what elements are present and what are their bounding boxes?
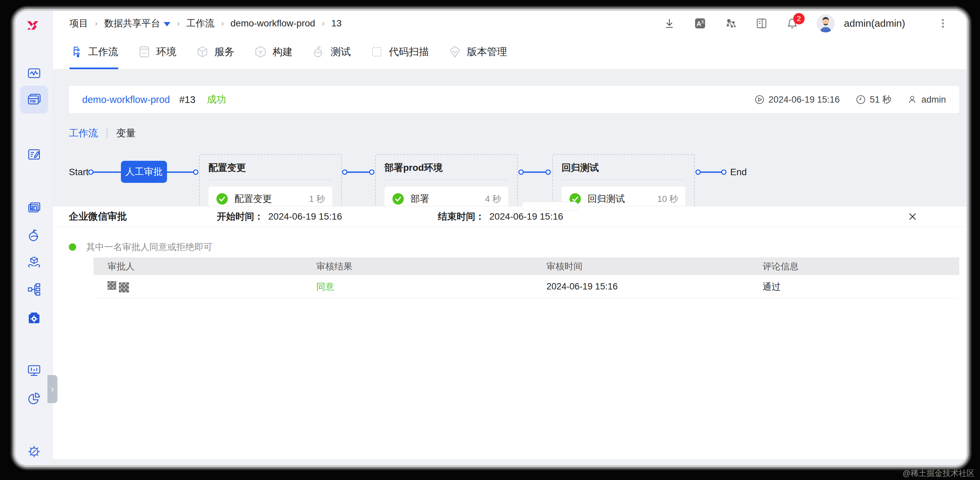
close-icon[interactable] bbox=[905, 209, 920, 224]
column-approver: 审批人 bbox=[94, 260, 302, 273]
svg-text:</>: </> bbox=[142, 51, 147, 55]
sidebar-item-app-windows[interactable] bbox=[27, 201, 41, 215]
caret-down-icon[interactable] bbox=[164, 22, 170, 26]
graph-connector-line bbox=[167, 171, 194, 173]
notification-bell-icon[interactable]: 2 bbox=[786, 17, 799, 30]
graph-connector-dot bbox=[193, 169, 199, 175]
sidebar: PM bbox=[15, 11, 53, 465]
sidebar-item-project-manager[interactable]: PM bbox=[27, 92, 41, 107]
topbar: 项目 › 数据共享平台 › 工作流 › demo-workflow-prod ›… bbox=[53, 11, 967, 36]
redacted-name-mosaic bbox=[108, 281, 129, 292]
topbar-actions: A文 2 admin(admin) bbox=[663, 14, 949, 32]
graph-connector-dot bbox=[695, 169, 701, 175]
run-meta: 2024-06-19 15:16 51 秒 admin bbox=[754, 94, 946, 105]
column-time: 审核时间 bbox=[533, 260, 749, 273]
workflow-tree-icon bbox=[70, 45, 83, 59]
network-graph-icon[interactable] bbox=[724, 17, 737, 30]
breadcrumb-separator: › bbox=[177, 19, 180, 28]
tab-build[interactable]: 构建 bbox=[254, 36, 293, 69]
manual-approval-node[interactable]: 人工审批 bbox=[121, 161, 167, 183]
graph-start-label: Start bbox=[69, 167, 89, 177]
breadcrumb-workflow[interactable]: 工作流 bbox=[186, 17, 215, 30]
avatar[interactable] bbox=[817, 14, 835, 32]
comment-cell: 通过 bbox=[749, 281, 959, 293]
approval-rule-text: 其中一名审批人同意或拒绝即可 bbox=[86, 241, 212, 253]
logo-x[interactable] bbox=[25, 18, 43, 35]
tab-label: 环境 bbox=[156, 45, 177, 59]
panel-title: 企业微信审批 bbox=[69, 210, 217, 223]
breadcrumb-project[interactable]: 项目 bbox=[70, 17, 88, 30]
run-status: 成功 bbox=[207, 93, 226, 106]
panel-header: 企业微信审批 开始时间： 2024-06-19 15:16 结束时间： 2024… bbox=[53, 206, 967, 227]
graph-connector-line bbox=[700, 171, 722, 173]
column-comment: 评论信息 bbox=[749, 260, 959, 273]
breadcrumb-workflow-name[interactable]: demo-workflow-prod bbox=[231, 18, 315, 29]
breadcrumb-separator: › bbox=[322, 19, 325, 28]
node-name: 配置变更 bbox=[234, 193, 272, 205]
breadcrumb-platform[interactable]: 数据共享平台 bbox=[104, 17, 170, 30]
table-row: 同意 2024-06-19 15:16 通过 bbox=[94, 275, 959, 298]
graph-connector-dot bbox=[342, 169, 347, 175]
graph-connector-line bbox=[523, 171, 547, 173]
stage-title: 回归测试 bbox=[553, 155, 694, 180]
node-duration: 1 秒 bbox=[309, 193, 325, 205]
sidebar-item-monitor-pulse[interactable] bbox=[27, 66, 41, 81]
sidebar-collapse-handle[interactable]: › bbox=[48, 375, 57, 403]
tab-label: 代码扫描 bbox=[389, 45, 429, 59]
sidebar-item-artifact-delivery[interactable] bbox=[27, 255, 41, 270]
result-cell: 同意 bbox=[302, 281, 533, 293]
notification-badge: 2 bbox=[793, 13, 805, 24]
breadcrumb: 项目 › 数据共享平台 › 工作流 › demo-workflow-prod ›… bbox=[70, 17, 342, 30]
code-scan-icon bbox=[370, 45, 383, 59]
success-check-icon bbox=[216, 193, 229, 205]
test-flask-icon bbox=[312, 45, 325, 59]
run-name-link[interactable]: demo-workflow-prod bbox=[82, 94, 170, 105]
breadcrumb-run-id: 13 bbox=[331, 18, 342, 29]
sidebar-item-dashboard-monitor[interactable] bbox=[27, 363, 41, 378]
user-name[interactable]: admin(admin) bbox=[844, 18, 905, 29]
sidebar-item-compose[interactable] bbox=[27, 147, 41, 162]
graph-connector-dot bbox=[519, 169, 524, 175]
panel-end-time: 结束时间： 2024-06-19 15:16 bbox=[438, 210, 563, 223]
node-duration: 10 秒 bbox=[657, 193, 678, 205]
breadcrumb-separator: › bbox=[95, 19, 97, 28]
version-gem-icon bbox=[448, 45, 461, 59]
tab-service[interactable]: 服务 bbox=[196, 36, 234, 69]
sidebar-item-settings[interactable] bbox=[27, 444, 41, 459]
tab-code-scan[interactable]: 代码扫描 bbox=[370, 36, 429, 69]
sidebar-item-test-flask[interactable] bbox=[27, 228, 41, 243]
watermark: @稀土掘金技术社区 bbox=[902, 468, 975, 478]
approval-table: 审批人 审核结果 审核时间 评论信息 同意 2024-06-19 15:16 通… bbox=[94, 257, 959, 298]
sidebar-item-pie-chart[interactable] bbox=[27, 391, 41, 406]
sidebar-item-toolbox[interactable] bbox=[27, 310, 41, 325]
tab-label: 服务 bbox=[215, 45, 234, 59]
tab-label: 工作流 bbox=[88, 45, 118, 59]
tab-test[interactable]: 测试 bbox=[312, 36, 351, 69]
play-circle-icon bbox=[754, 95, 765, 105]
kebab-menu-icon[interactable] bbox=[937, 17, 949, 30]
tab-version[interactable]: 版本管理 bbox=[448, 36, 507, 69]
status-dot bbox=[69, 243, 76, 251]
svg-text:PM: PM bbox=[30, 99, 36, 103]
service-cube-icon bbox=[196, 45, 209, 59]
subtab-variables[interactable]: 变量 bbox=[116, 127, 135, 140]
tab-environment[interactable]: </> 环境 bbox=[138, 36, 177, 69]
subtab-workflow[interactable]: 工作流 bbox=[69, 127, 98, 140]
tab-label: 版本管理 bbox=[467, 45, 507, 59]
screenshot-root: PM bbox=[0, 0, 980, 480]
graph-connector-dot bbox=[721, 169, 727, 175]
stage-title: 配置变更 bbox=[200, 155, 341, 180]
success-check-icon bbox=[392, 193, 404, 205]
docs-book-icon[interactable] bbox=[755, 17, 768, 30]
download-icon[interactable] bbox=[663, 17, 676, 30]
approval-rule: 其中一名审批人同意或拒绝即可 bbox=[69, 241, 212, 253]
table-header-row: 审批人 审核结果 审核时间 评论信息 bbox=[94, 257, 959, 275]
sidebar-item-pipeline[interactable] bbox=[27, 282, 41, 297]
clock-icon bbox=[856, 95, 866, 105]
run-start-time: 2024-06-19 15:16 bbox=[754, 95, 840, 105]
graph-connector-dot bbox=[88, 169, 94, 175]
module-tabbar: 工作流 </> 环境 服务 构建 测试 bbox=[53, 36, 967, 70]
translate-icon[interactable]: A文 bbox=[694, 17, 706, 30]
tab-workflow[interactable]: 工作流 bbox=[70, 36, 118, 69]
column-result: 审核结果 bbox=[302, 260, 533, 273]
